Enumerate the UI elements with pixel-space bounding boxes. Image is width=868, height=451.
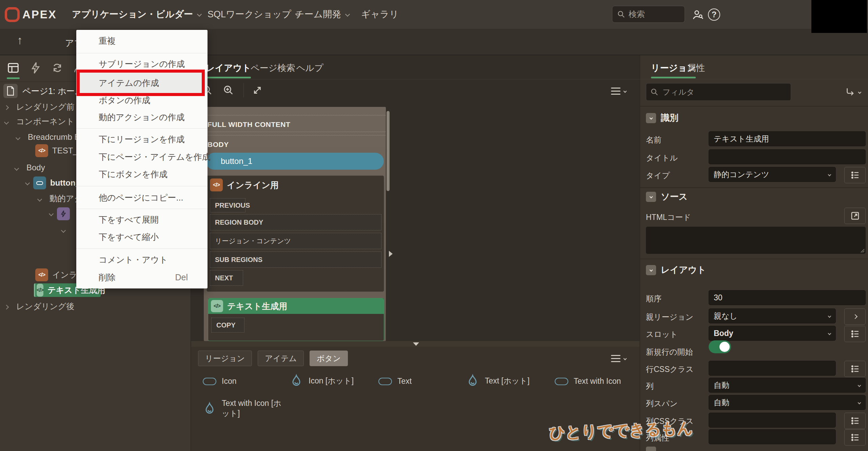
gallery-splitter[interactable]: [191, 341, 639, 347]
field-type-select[interactable]: 静的コンテンツ: [709, 167, 836, 182]
gallery-item-icon-hot[interactable]: Icon [ホット]: [290, 373, 354, 388]
section-collapse-icon[interactable]: [646, 447, 656, 451]
slot-next[interactable]: NEXT: [210, 270, 243, 286]
row-css-list-button[interactable]: [844, 361, 866, 377]
button-pill-icon: [555, 378, 568, 385]
tree-node-page[interactable]: ページ1: ホーム: [3, 84, 83, 98]
expand-icon[interactable]: [252, 84, 263, 96]
canvas-vertical-scrollbar[interactable]: [387, 111, 390, 191]
menu-item-collapse-all-below[interactable]: 下をすべて縮小: [76, 230, 208, 244]
gallery-tab-items[interactable]: アイテム: [258, 351, 304, 366]
gallery-tab-regions[interactable]: リージョン: [198, 351, 252, 366]
field-label-column: 列: [646, 381, 654, 392]
slot-copy[interactable]: COPY: [211, 318, 244, 333]
field-column-select[interactable]: 自動: [709, 378, 866, 393]
section-layout[interactable]: レイアウト: [646, 264, 706, 276]
static-content-icon: </>: [210, 178, 223, 191]
nav-team-dev[interactable]: チーム開発: [295, 0, 349, 29]
admin-user-icon[interactable]: [692, 9, 704, 21]
tab-layout[interactable]: レイアウト: [206, 60, 251, 75]
go-to-group-button[interactable]: [845, 87, 861, 97]
field-row-css-input[interactable]: [709, 361, 836, 376]
menu-item-copy-to-other-page[interactable]: 他のページにコピー...: [76, 191, 208, 204]
gallery-item-text-with-icon[interactable]: Text with Icon: [555, 377, 621, 386]
tab-dynamic-actions-icon[interactable]: [29, 61, 42, 74]
menu-item-create-page-item-below[interactable]: 下にページ・アイテムを作成: [76, 150, 208, 164]
tree-node-event[interactable]: [50, 207, 70, 220]
tree-node-pre-rendering[interactable]: レンダリング前: [5, 101, 74, 112]
gallery-menu-button[interactable]: [611, 355, 626, 362]
static-content-icon: </>: [35, 268, 48, 281]
tree-node-true-action[interactable]: [62, 225, 65, 234]
up-arrow-icon[interactable]: ↑: [17, 34, 23, 47]
chevron-down-icon: [197, 12, 202, 17]
field-slot-select[interactable]: Body: [709, 326, 836, 341]
gallery-item-icon[interactable]: Icon: [203, 377, 236, 386]
menu-item-comment-out[interactable]: コメント・アウト: [76, 253, 208, 266]
help-icon[interactable]: ?: [708, 8, 720, 21]
gallery-tab-buttons[interactable]: ボタン: [310, 351, 348, 366]
open-code-editor-button[interactable]: [844, 208, 866, 224]
section-collapse-icon[interactable]: [646, 192, 656, 202]
nav-app-builder[interactable]: アプリケーション・ビルダー: [72, 0, 201, 29]
slot-region-content[interactable]: リージョン・コンテンツ: [210, 233, 381, 249]
slot-region-body[interactable]: REGION BODY: [210, 214, 381, 230]
property-filter[interactable]: [646, 83, 791, 101]
menu-item-duplicate[interactable]: 重複: [76, 34, 208, 48]
field-label-order: 順序: [646, 294, 662, 304]
gallery-item-text[interactable]: Text: [378, 377, 412, 386]
menu-item-create-subregion[interactable]: サブリージョンの作成: [76, 57, 208, 71]
col-attr-list-button[interactable]: [844, 429, 866, 446]
zoom-in-icon[interactable]: [223, 84, 234, 96]
tree-node-body[interactable]: Body: [15, 163, 45, 172]
chevron-down-icon: [49, 211, 54, 216]
filter-input[interactable]: [663, 88, 774, 97]
nav-sql-workshop[interactable]: SQLワークショップ: [208, 0, 299, 29]
field-colspan-select[interactable]: 自動: [709, 395, 866, 410]
search-input[interactable]: [629, 10, 679, 19]
type-list-button[interactable]: [844, 167, 866, 183]
menu-item-create-button-below[interactable]: 下にボタンを作成: [76, 167, 208, 181]
splitter-expand-arrow[interactable]: [389, 251, 393, 257]
tree-node-post-rendering[interactable]: レンダリング後: [5, 301, 74, 312]
nav-gallery[interactable]: ギャラリ: [361, 0, 399, 29]
gallery-item-text-with-icon-hot[interactable]: Text with Icon [ホット]: [203, 398, 291, 419]
field-col-css-input[interactable]: [709, 413, 836, 428]
menu-item-create-dynamic-action[interactable]: 動的アクションの作成: [76, 110, 208, 124]
tree-node-dynamic-actions[interactable]: 動的アク: [38, 193, 82, 204]
resize-handle-icon[interactable]: [860, 248, 865, 253]
slot-list-button[interactable]: [844, 326, 866, 342]
parent-go-button[interactable]: [844, 308, 866, 325]
canvas-region-text-gen[interactable]: </> テキスト生成用 COPY: [208, 298, 384, 341]
slot-previous[interactable]: PREVIOUS: [210, 198, 245, 212]
field-parent-select[interactable]: 親なし: [709, 308, 836, 323]
field-title-input[interactable]: [709, 149, 866, 164]
new-row-toggle[interactable]: [709, 340, 731, 353]
tab-help[interactable]: ヘルプ: [296, 60, 323, 75]
menu-item-create-region-below[interactable]: 下にリージョンを作成: [76, 132, 208, 146]
canvas-button1[interactable]: button_1: [206, 153, 384, 170]
html-code-textarea[interactable]: [646, 227, 866, 254]
section-collapse-icon[interactable]: [646, 113, 656, 123]
global-search[interactable]: [612, 6, 685, 23]
layout-menu-button[interactable]: [611, 88, 626, 95]
gallery-item-text-hot[interactable]: Text [ホット]: [466, 373, 530, 388]
inspector-tab-attributes[interactable]: 属性: [687, 60, 705, 75]
tree-node-button1[interactable]: button_1: [26, 176, 84, 189]
section-source[interactable]: ソース: [646, 191, 688, 203]
tab-rendering-icon[interactable]: [7, 61, 20, 79]
chevron-down-icon: [858, 383, 861, 387]
section-identification[interactable]: 識別: [646, 112, 678, 124]
slot-sub-regions[interactable]: SUB REGIONS: [210, 251, 381, 268]
tree-node-components[interactable]: コンポーネント: [5, 116, 74, 127]
menu-item-delete[interactable]: 削除 Del: [76, 270, 208, 284]
field-name-input[interactable]: テキスト生成用: [709, 131, 866, 146]
col-css-list-button[interactable]: [844, 413, 866, 429]
field-col-attr-input[interactable]: [709, 429, 836, 444]
section-collapse-icon[interactable]: [646, 265, 656, 275]
tab-page-search[interactable]: ページ検索: [251, 60, 295, 75]
canvas-region-inline[interactable]: </> インライン用 PREVIOUS REGION BODY リージョン・コン…: [206, 175, 384, 292]
menu-item-expand-all-below[interactable]: 下をすべて展開: [76, 213, 208, 226]
tab-processing-icon[interactable]: [51, 61, 64, 74]
field-order-input[interactable]: 30: [709, 290, 866, 305]
